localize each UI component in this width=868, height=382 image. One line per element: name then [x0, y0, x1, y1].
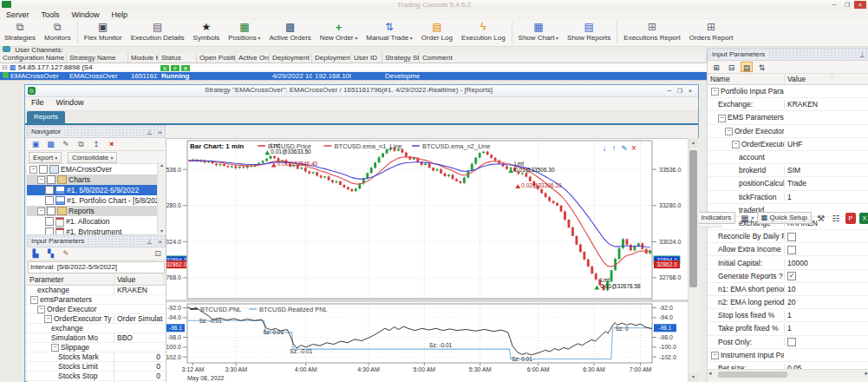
column-header-open-positions[interactable]: Open Positions [197, 53, 236, 63]
settings-wrench-icon[interactable]: ⚒ [815, 213, 826, 224]
grid-strategy-row[interactable]: EMACrossOverEMACrossOver1651161796Runnin… [0, 72, 707, 80]
scroll-up-icon[interactable]: ▴ [158, 161, 166, 168]
param-value[interactable]: ✓ [784, 271, 832, 280]
collapse-all-icon[interactable]: ⊟ [726, 63, 738, 73]
param-value[interactable]: 0 [114, 352, 163, 361]
column-header-status[interactable]: Status [159, 53, 197, 63]
toolbar-orders-report[interactable]: ⊞Orders Report [685, 20, 738, 42]
detach-icon[interactable]: ⊡ [152, 248, 164, 259]
param-row-emsparameters[interactable]: −emsParameters [27, 295, 166, 305]
toolbar-execution-details[interactable]: ▤Execution Details [127, 20, 189, 42]
consolidate-dropdown[interactable]: Consolidate ▾ [68, 152, 118, 163]
toolbar-strategies[interactable]: ⧉Strategies [0, 20, 40, 42]
toolbar-executions-report[interactable]: ⊞Executions Report [619, 20, 684, 42]
param-value[interactable]: Trade [784, 179, 832, 188]
tree-expander-icon[interactable]: − [30, 296, 38, 304]
navigator-scrollbar[interactable]: ▴ ▾ [157, 161, 166, 234]
param-row-exchange-[interactable]: Exchange:KRAKEN [708, 98, 868, 111]
param-value[interactable]: KRAKEN [114, 286, 163, 294]
toolbar-symbols[interactable]: ★Symbols [189, 20, 225, 42]
checkbox[interactable] [787, 338, 796, 346]
chevron-down-icon[interactable]: ▾ [257, 36, 261, 41]
close-panel-icon[interactable]: × [158, 236, 162, 247]
checkbox[interactable] [787, 246, 796, 254]
pin-icon[interactable]: ⊥ [147, 236, 153, 247]
param-value[interactable] [784, 232, 832, 241]
checkbox[interactable] [45, 196, 54, 205]
price-pnl-chart[interactable]: 33536.033536.033280.033280.033024.033024… [166, 138, 689, 382]
column-header-module-key[interactable]: Module Key [128, 53, 159, 63]
column-header-deployment-time[interactable]: Deployment Time [270, 53, 312, 63]
right-panel-hscrollbar[interactable]: ◂ ▸ [708, 369, 868, 379]
param-value[interactable]: 1 [784, 193, 832, 201]
checkbox[interactable] [45, 217, 54, 226]
categorized-view-icon[interactable]: ▤ [741, 62, 753, 72]
menu-server[interactable]: Server [0, 10, 36, 20]
nav-item--1-allocation[interactable]: #1. Allocation [27, 216, 166, 227]
param-row-initial-capital-[interactable]: Initial Capital:10000 [708, 256, 868, 269]
toolbar-positions[interactable]: ▦Positions ▾ [224, 20, 264, 42]
param-value[interactable]: 1 [784, 324, 832, 333]
vscroll-thumb[interactable] [689, 150, 697, 287]
scroll-down-icon[interactable]: ▾ [689, 372, 698, 382]
param-row-slippage[interactable]: −Slippage [27, 343, 166, 352]
export-item-icon[interactable]: ↥ [90, 139, 102, 149]
toolbar-show-chart[interactable]: ▦Show Chart ▾ [514, 20, 563, 42]
column-header-strategy-name[interactable]: Strategy Name [67, 53, 128, 63]
save-all-icon[interactable]: ▩ [45, 139, 57, 149]
tree-expander-icon[interactable]: − [51, 344, 59, 352]
param-row-reconcile-by-daily-price[interactable]: Reconcile By Daily Price [708, 230, 868, 243]
param-value[interactable]: UHF [784, 140, 832, 148]
tree-expander-icon[interactable]: − [711, 352, 719, 359]
pin-icon[interactable]: ⊥ [859, 49, 865, 61]
param-row-stocks-limit[interactable]: Stocks Limit0 [27, 362, 166, 372]
param-row-take-profit-fixed-[interactable]: Take profit fixed %1 [708, 322, 868, 335]
nav-item--1-portfolio-chart-5-8-2022-5-9-2022-[interactable]: #1. Portfolio Chart - [5/8/2022-5/9/2022… [27, 195, 166, 206]
chart-type-icon[interactable]: ▦ [739, 213, 750, 224]
param-value[interactable]: SIM [784, 166, 832, 175]
close-panel-icon[interactable]: × [158, 127, 162, 138]
toolbar-flex-monitor[interactable]: ▣Flex Monitor [80, 20, 127, 42]
param-row-brokerid[interactable]: brokerIdSIM [708, 164, 868, 177]
toolbar-order-log[interactable]: ▤Order Log [417, 20, 457, 42]
tree-expander-icon[interactable]: − [37, 176, 45, 184]
data-table-icon[interactable]: ☷ [831, 213, 842, 224]
tree-expander-icon[interactable]: − [732, 141, 740, 148]
quick-setup-button[interactable]: ▩ Quick Setup [757, 212, 812, 224]
param-row-allow-extra-income[interactable]: Allow Extra Income [708, 243, 868, 256]
tree-expander-icon[interactable]: − [37, 207, 45, 215]
toolbar-show-reports[interactable]: ▤Show Reports [563, 20, 615, 42]
param-row-exchange[interactable]: exchangeKRAKEN [27, 286, 166, 295]
scroll-left-icon[interactable]: ◂ [708, 370, 712, 377]
scroll-down-icon[interactable]: ▾ [158, 227, 166, 234]
param-row-orderexecutor-ty[interactable]: −OrderExecutor TyOrder Simulator [27, 314, 166, 324]
column-header-comment[interactable]: Comment [420, 53, 707, 63]
param-row-instrument-input-parameters[interactable]: −Instrument Input Parameters [708, 349, 868, 362]
param-row-stop-loss-fixed-[interactable]: Stop loss fixed %1 [708, 309, 868, 322]
tree-expander-icon[interactable]: − [725, 128, 733, 135]
column-header-value[interactable]: Value [114, 274, 163, 285]
tree-expander-icon[interactable]: − [37, 306, 45, 313]
scroll-up-icon[interactable]: ▴ [689, 138, 698, 148]
save-params-icon[interactable]: ▚ [45, 248, 57, 259]
tree-expander-icon[interactable]: − [29, 166, 37, 174]
checkbox[interactable]: ✓ [787, 272, 796, 280]
param-row-stocks-mark[interactable]: Stocks Mark0 [27, 352, 166, 362]
param-value[interactable]: KRAKEN [784, 100, 832, 109]
export-excel-icon[interactable]: X [859, 213, 868, 224]
column-header-parameter[interactable]: Parameter [27, 274, 114, 285]
menu-tools[interactable]: Tools [36, 10, 66, 20]
save-icon[interactable]: ▣ [29, 139, 42, 149]
close-button[interactable]: × [854, 1, 866, 9]
checkbox[interactable] [47, 207, 55, 215]
nav-item-emacrossover[interactable]: −EMACrossOver [27, 164, 166, 175]
chevron-down-icon[interactable]: ▾ [554, 36, 558, 41]
param-row-orderexecutor-type[interactable]: −OrderExecutor TypeUHF [708, 138, 868, 151]
param-row-order-executor[interactable]: −Order Executor [27, 305, 166, 314]
nav-item-charts[interactable]: −Charts [27, 175, 166, 185]
toolbar-execution-log[interactable]: ϟExecution Log [457, 20, 510, 42]
grid-group-row[interactable]: ⊟ ▩ 54.85.177.127:8898 (S4SFB [0, 63, 707, 72]
param-row-account[interactable]: account [708, 151, 868, 164]
tree-expander-icon[interactable]: − [711, 88, 719, 96]
param-value[interactable]: 10000 [784, 259, 832, 267]
